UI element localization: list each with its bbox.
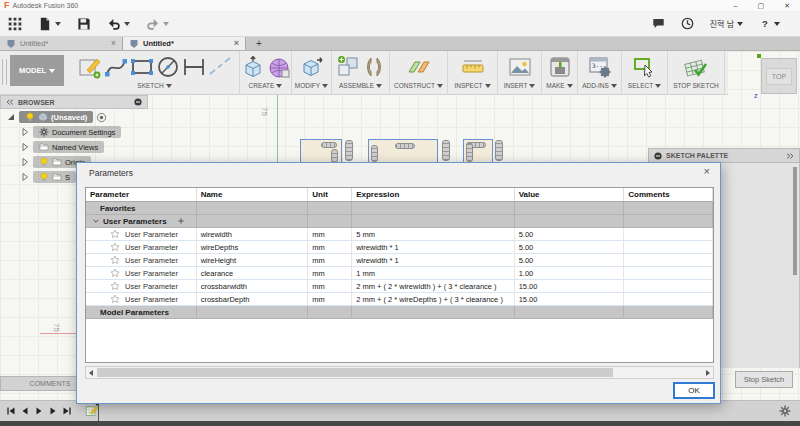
chevron-open-icon[interactable] [92,217,100,225]
cell-value[interactable]: 15.00 [515,293,625,306]
dimension-icon[interactable] [182,55,206,79]
palette-scrollbar[interactable] [793,167,797,275]
column-header-expression[interactable]: Expression [352,188,514,201]
favorite-star-icon[interactable] [110,281,120,291]
column-header-name[interactable]: Name [197,188,309,201]
cell-comments[interactable] [624,228,713,241]
minimize-button[interactable]: – [734,2,738,10]
rectangle-icon[interactable] [130,55,154,79]
new-tab-button[interactable]: + [246,37,272,50]
cell-name[interactable]: wireDepths [197,241,309,254]
new-component-icon[interactable] [336,55,360,79]
close-button[interactable]: ✕ [784,2,790,10]
ribbon-group-label[interactable]: INSPECT [454,82,490,89]
cell-expression[interactable]: 2 mm + ( 2 * wireDepths ) + ( 3 * cleara… [352,293,514,306]
parameter-row-clearance[interactable]: User Parameterclearancemm1 mm1.00 [86,267,713,280]
ribbon-group-label[interactable]: MODIFY [295,82,328,89]
undo-icon[interactable] [107,17,121,31]
ribbon-group-label[interactable]: ADD-INS [582,82,617,89]
favorite-star-icon[interactable] [110,268,120,278]
user-parameters-group-row[interactable]: User Parameters [86,215,713,228]
cell-parameter[interactable]: User Parameter [86,267,197,280]
cell-value[interactable]: 5.00 [515,241,625,254]
cell-comments[interactable] [624,254,713,267]
stop-sketch-button[interactable]: Stop Sketch [735,371,793,388]
construction-plane-icon[interactable] [407,55,431,79]
joint-icon[interactable] [362,55,386,79]
cell-parameter[interactable]: User Parameter [86,280,197,293]
new-file-icon[interactable] [38,17,52,31]
favorite-star-icon[interactable] [110,294,120,304]
timeline-step-back-button[interactable] [20,406,30,416]
cell-parameter[interactable]: User Parameter [86,254,197,267]
column-header-value[interactable]: Value [515,188,625,201]
cell-expression[interactable]: 1 mm [352,267,514,280]
activate-radio-icon[interactable] [96,112,107,123]
favorites-group-row[interactable]: Favorites [86,202,713,215]
viewcube[interactable]: TOP X Z [761,58,797,94]
browser-item-pill[interactable]: S [33,171,76,183]
ribbon-group-label[interactable]: CONSTRUCT [394,82,443,89]
timeline-sketch-feature-icon[interactable] [85,404,99,418]
tab-close-icon[interactable]: × [234,39,239,48]
cell-value[interactable]: 15.00 [515,280,625,293]
tab-untitled-2[interactable]: Untitled* × [123,37,246,50]
timeline-settings-icon[interactable] [779,405,791,417]
sketch-profile[interactable] [345,140,353,161]
spline-icon[interactable] [104,55,128,79]
sketch-profile[interactable] [300,139,342,164]
user-account-menu[interactable]: 진혁 남 [710,18,743,29]
parameter-row-crossbarwidth[interactable]: User Parametercrossbarwidthmm2 mm + ( 2 … [86,280,713,293]
viewcube-top-face[interactable]: TOP [766,68,792,85]
3d-print-icon[interactable] [548,55,572,79]
construction-line-icon[interactable] [208,55,232,79]
browser-item-pill[interactable]: (Unsaved) [19,111,93,123]
timeline-play-button[interactable] [34,406,44,416]
new-file-dropdown-icon[interactable] [55,22,61,26]
sketch-profile[interactable] [495,140,503,161]
cell-expression[interactable]: wirewidth * 1 [352,241,514,254]
cell-parameter[interactable]: User Parameter [86,241,197,254]
collapsed-triangle-icon[interactable] [20,157,30,167]
maximize-button[interactable]: ▢ [758,2,765,10]
expanded-triangle-icon[interactable] [6,112,16,122]
ribbon-group-label[interactable]: MAKE [546,82,572,89]
insert-image-icon[interactable] [508,55,532,79]
favorite-star-icon[interactable] [110,242,120,252]
ribbon-group-label[interactable]: CREATE [249,82,283,89]
cell-expression[interactable]: 2 mm + ( 2 * wirewidth ) + ( 3 * clearan… [352,280,514,293]
cell-parameter[interactable]: User Parameter [86,293,197,306]
cell-comments[interactable] [624,241,713,254]
press-pull-icon[interactable] [300,55,324,79]
scrollbar-thumb[interactable] [97,368,613,377]
collapsed-triangle-icon[interactable] [20,142,30,152]
cell-name[interactable]: crossbarDepth [197,293,309,306]
column-header-comments[interactable]: Comments [624,188,713,201]
cell-unit[interactable]: mm [308,267,352,280]
cell-comments[interactable] [624,293,713,306]
cell-name[interactable]: crossbarwidth [197,280,309,293]
add-ins-icon[interactable]: 3-- [588,55,612,79]
palette-toggle-icon[interactable] [654,152,662,160]
ribbon-group-label[interactable]: SKETCH [137,82,171,89]
scroll-right-icon[interactable] [706,370,710,376]
sketch-profile[interactable] [442,140,450,161]
workspace-selector[interactable]: MODEL [10,55,64,86]
form-icon[interactable] [267,55,291,79]
cell-unit[interactable]: mm [308,228,352,241]
timeline-step-forward-button[interactable] [48,406,58,416]
add-parameter-button[interactable] [177,217,185,225]
ribbon-group-label[interactable]: INSERT [504,82,536,89]
undo-dropdown-icon[interactable] [124,22,130,26]
cell-unit[interactable]: mm [308,280,352,293]
browser-display-toggle-icon[interactable] [134,98,142,106]
measure-icon[interactable] [461,55,485,79]
circle-icon[interactable] [156,55,180,79]
model-parameters-group-row[interactable]: Model Parameters [86,306,713,319]
help-menu[interactable]: ? [759,18,780,30]
cell-expression[interactable]: 5 mm [352,228,514,241]
browser-item-pill[interactable]: Document Settings [33,126,121,138]
horizontal-scrollbar[interactable] [85,366,714,379]
ribbon-group-label[interactable]: STOP SKETCH [673,82,719,89]
apps-grid-icon[interactable] [8,17,22,31]
